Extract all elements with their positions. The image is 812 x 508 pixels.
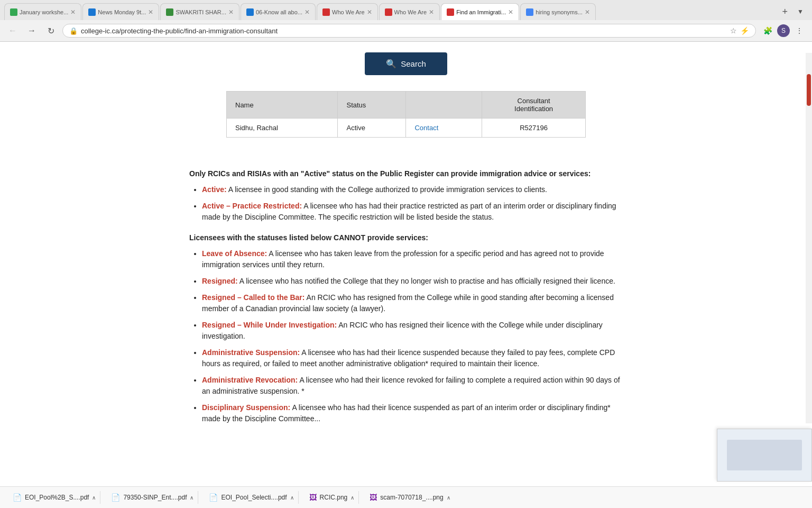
list-item: Resigned – While Under Investigation: An… — [202, 320, 623, 342]
new-tab-button[interactable]: + — [778, 4, 792, 20]
tab-favicon — [246, 8, 254, 16]
status-label: Administrative Revocation: — [202, 376, 298, 384]
tab-bar: January workshe...✕News Monday 9t...✕SWA… — [0, 0, 812, 20]
table-row: Sidhu, RachalActiveContactR527196 — [227, 119, 586, 138]
tab-label: Who We Are — [332, 9, 365, 15]
address-bar-icons: ☆ ⚡ — [730, 26, 749, 35]
info-heading-active: Only RCICs and RISIAs with an "Active" s… — [189, 169, 623, 178]
search-icon: 🔍 — [386, 59, 396, 69]
status-label: Administrative Suspension: — [202, 348, 300, 357]
list-item: Disciplinary Suspension: A licensee who … — [202, 402, 623, 424]
list-item: Active – Practice Restricted: A licensee… — [202, 201, 623, 223]
table-header-row: Name Status ConsultantIdentification — [227, 92, 586, 119]
tab-close-icon[interactable]: ✕ — [585, 8, 590, 16]
browser-tab-tab-5[interactable]: Who We Are✕ — [317, 3, 378, 20]
forward-button[interactable]: → — [24, 23, 39, 38]
address-bar[interactable]: 🔒 college-ic.ca/protecting-the-public/fi… — [62, 24, 756, 38]
cell-status: Active — [338, 119, 406, 138]
thumbnail-widget — [717, 429, 812, 456]
page-content: 🔍 Search Name Status ConsultantIdentific… — [152, 42, 660, 456]
address-bar-row: ← → ↻ 🔒 college-ic.ca/protecting-the-pub… — [0, 20, 812, 41]
tab-favicon — [526, 8, 533, 16]
tab-favicon — [88, 8, 96, 16]
browser-actions: 🧩 S ⋮ — [760, 23, 807, 38]
tab-close-icon[interactable]: ✕ — [367, 8, 372, 16]
list-item: Administrative Suspension: A licensee wh… — [202, 347, 623, 369]
back-button[interactable]: ← — [5, 23, 20, 38]
tab-label: Find an Immigrati... — [456, 9, 506, 15]
menu-button[interactable]: ⋮ — [792, 23, 807, 38]
status-label: Resigned: — [202, 277, 238, 285]
info-list-active: Active: A licensee in good standing with… — [189, 184, 623, 223]
browser-chrome: January workshe...✕News Monday 9t...✕SWA… — [0, 0, 812, 42]
browser-tab-tab-4[interactable]: 06-Know all abo...✕ — [241, 3, 316, 20]
browser-tab-tab-6[interactable]: Who We Are✕ — [379, 3, 440, 20]
tab-favicon — [166, 8, 173, 16]
tab-label: Who We Are — [394, 9, 427, 15]
list-item: Leave of Absence: A licensee who has tak… — [202, 248, 623, 270]
cell-name: Sidhu, Rachal — [227, 119, 338, 138]
extensions-icon[interactable]: ⚡ — [740, 26, 749, 35]
tab-label: hiring synonyms... — [536, 9, 583, 15]
col-contact — [406, 92, 482, 119]
tab-favicon — [322, 8, 330, 16]
search-button-label: Search — [401, 59, 426, 68]
tab-favicon — [447, 8, 454, 16]
bookmark-icon[interactable]: ☆ — [730, 26, 737, 35]
col-status: Status — [338, 92, 406, 119]
info-heading-cannot: Licensees with the statuses listed below… — [189, 233, 623, 242]
tab-label: News Monday 9t... — [98, 9, 146, 15]
col-id: ConsultantIdentification — [482, 92, 586, 119]
lock-icon: 🔒 — [69, 27, 78, 35]
status-label: Resigned – Called to the Bar: — [202, 293, 304, 302]
tab-close-icon[interactable]: ✕ — [508, 8, 513, 16]
tab-close-icon[interactable]: ✕ — [148, 8, 153, 16]
tab-label: SWAKRITI SHAR... — [176, 9, 226, 15]
tab-label: January workshe... — [20, 9, 68, 15]
url-text: college-ic.ca/protecting-the-public/find… — [81, 27, 727, 35]
scrollbar[interactable] — [806, 53, 812, 423]
browser-tab-tab-2[interactable]: News Monday 9t...✕ — [82, 3, 159, 20]
thumbnail-inner — [717, 429, 811, 456]
status-label: Active – Practice Restricted: — [202, 202, 302, 210]
scrollbar-thumb[interactable] — [807, 74, 811, 106]
tab-label: 06-Know all abo... — [256, 9, 302, 15]
tab-favicon — [385, 8, 392, 16]
tab-overflow-button[interactable]: ▼ — [793, 4, 808, 19]
list-item: Resigned – Called to the Bar: An RCIC wh… — [202, 292, 623, 314]
status-label: Resigned – While Under Investigation: — [202, 321, 337, 329]
list-item: Resigned: A licensee who has notified th… — [202, 276, 623, 287]
browser-tab-tab-3[interactable]: SWAKRITI SHAR...✕ — [160, 3, 239, 20]
info-section-active: Only RCICs and RISIAs with an "Active" s… — [173, 169, 639, 424]
status-label: Leave of Absence: — [202, 249, 267, 258]
tab-close-icon[interactable]: ✕ — [304, 8, 310, 16]
list-item: Administrative Revocation: A licensee wh… — [202, 375, 623, 397]
extensions-button[interactable]: 🧩 — [760, 23, 775, 38]
profile-button[interactable]: S — [777, 24, 790, 37]
browser-tab-tab-8[interactable]: hiring synonyms...✕ — [520, 3, 596, 20]
browser-tab-tab-7[interactable]: Find an Immigrati...✕ — [441, 3, 519, 20]
status-label: Disciplinary Suspension: — [202, 403, 290, 412]
col-name: Name — [227, 92, 338, 119]
status-label: Active: — [202, 185, 227, 194]
results-table: Name Status ConsultantIdentification Sid… — [226, 91, 586, 138]
tab-close-icon[interactable]: ✕ — [70, 8, 76, 16]
list-item: Active: A licensee in good standing with… — [202, 184, 623, 195]
browser-tab-tab-1[interactable]: January workshe...✕ — [4, 3, 81, 20]
contact-link[interactable]: Contact — [414, 124, 438, 132]
cell-id: R527196 — [482, 119, 586, 138]
tab-favicon — [10, 8, 17, 16]
search-button-wrapper: 🔍 Search — [173, 52, 639, 75]
cell-contact[interactable]: Contact — [406, 119, 482, 138]
info-list-cannot: Leave of Absence: A licensee who has tak… — [189, 248, 623, 424]
search-button[interactable]: 🔍 Search — [365, 52, 447, 75]
tab-close-icon[interactable]: ✕ — [429, 8, 434, 16]
tab-close-icon[interactable]: ✕ — [228, 8, 234, 16]
reload-button[interactable]: ↻ — [43, 23, 58, 38]
